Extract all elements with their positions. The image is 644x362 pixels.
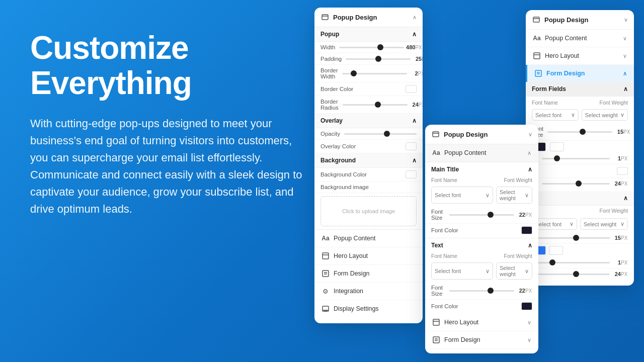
border-color-box[interactable] — [406, 85, 417, 93]
right-hero-layout[interactable]: Hero Layout ∨ — [526, 47, 634, 65]
padding-value: 25 — [411, 56, 422, 62]
right-form-design-chevron[interactable]: ∧ — [623, 70, 627, 77]
right-font-size-slider[interactable] — [547, 131, 612, 133]
p3-main-font-select[interactable]: Select font ∨ — [431, 187, 493, 204]
right-white-color[interactable] — [549, 246, 563, 255]
svg-rect-14 — [534, 53, 540, 59]
right-extra-slider2 — [536, 262, 610, 263]
p3-text-label: Text — [431, 242, 443, 249]
right-radius2-field: 24 PX — [526, 268, 634, 280]
panel2-header: Popup Design ∧ — [314, 8, 423, 27]
nav-popup-content[interactable]: Aa Popup Content — [314, 230, 423, 247]
p3-select-weight-label: Select weight — [500, 189, 525, 201]
right-popup-content-chevron[interactable]: ∨ — [623, 35, 627, 42]
p3-text-font-color: Font Color — [425, 300, 538, 313]
right-font-size-field: Font Size 15 PX — [526, 123, 634, 141]
right-popup-content-icon: Aa — [533, 34, 541, 42]
overlay-section-title: Overlay — [320, 117, 343, 124]
right-font-color-white[interactable] — [550, 142, 564, 151]
p3-main-weight-select[interactable]: Select weight ∨ — [496, 187, 532, 204]
opacity-slider[interactable] — [344, 133, 417, 135]
hero-body: With cutting-edge pop-ups designed to me… — [30, 115, 312, 218]
right-extra2-slider[interactable] — [536, 262, 610, 263]
right-hero-layout-label: Hero Layout — [545, 52, 579, 59]
p3-popup-content[interactable]: Aa Popup Content ∧ — [425, 144, 538, 162]
nav-display-settings-left: Display Settings — [321, 305, 379, 313]
p3-text-font-size: Font Size 22 PX — [425, 282, 538, 300]
p3-hero-layout-icon — [432, 318, 440, 326]
right-form-fields-chevron[interactable]: ∧ — [623, 85, 628, 93]
popup-content-panel: Popup Design ∨ Aa Popup Content ∧ Main T… — [425, 125, 538, 353]
background-section-chevron[interactable]: ∧ — [412, 157, 417, 164]
right-hero-layout-chevron[interactable]: ∨ — [623, 53, 627, 59]
right-popup-content[interactable]: Aa Popup Content ∨ — [526, 30, 634, 47]
width-slider[interactable] — [339, 47, 404, 48]
panel2-title-group: Popup Design — [320, 13, 377, 22]
right-font-select2[interactable]: Select font ∨ — [532, 218, 577, 230]
right-font-weight-select[interactable]: Select weight ∨ — [582, 109, 628, 121]
p3-popup-content-chevron[interactable]: ∧ — [527, 150, 531, 156]
right-font-name-select[interactable]: Select font ∨ — [532, 109, 579, 121]
right-slider2[interactable] — [536, 237, 610, 239]
p3-text-font-select[interactable]: Select font ∨ — [431, 262, 493, 280]
p3-text-font-size-unit: PX — [525, 288, 532, 294]
panel3-chevron[interactable]: ∨ — [528, 131, 532, 138]
nav-hero-layout[interactable]: Hero Layout — [314, 247, 423, 265]
right-font-size2-slider — [536, 237, 610, 239]
panel3-header: Popup Design ∨ — [425, 125, 538, 144]
p3-form-design[interactable]: Form Design ∨ — [425, 331, 538, 349]
panel2-chevron[interactable]: ∧ — [413, 14, 417, 21]
p3-text-font-size-val: 22 — [514, 288, 525, 294]
p3-text-weight-select[interactable]: Select weight ∨ — [496, 262, 532, 280]
p3-main-font-color-label: Font Color — [431, 227, 458, 233]
border-radius-label: Border Radius — [320, 99, 339, 111]
p3-main-title-chevron[interactable]: ∧ — [528, 166, 532, 173]
nav-popup-content-label: Popup Content — [334, 235, 375, 242]
p3-text-chevron[interactable]: ∧ — [528, 242, 532, 249]
p3-select-weight-chevron: ∨ — [525, 192, 529, 199]
nav-form-design-left: Form Design — [321, 269, 370, 278]
right-section2-chevron[interactable]: ∧ — [623, 195, 628, 202]
p3-hero-layout-chevron[interactable]: ∨ — [527, 319, 531, 326]
border-width-slider[interactable] — [342, 73, 407, 74]
border-radius-field: Border Radius 24 PX — [314, 96, 423, 114]
hero-section: Customize Everything With cutting-edge p… — [30, 30, 312, 218]
svg-rect-4 — [323, 270, 329, 277]
right-form-design[interactable]: Form Design ∧ — [527, 65, 634, 82]
panel1-chevron[interactable]: ∨ — [624, 17, 628, 23]
right-extra-width-slider[interactable] — [542, 158, 610, 159]
p3-hero-layout[interactable]: Hero Layout ∨ — [425, 314, 538, 331]
p3-main-font-weight-label: Font Weight — [504, 177, 532, 183]
p3-text-font-color-box[interactable] — [521, 302, 532, 310]
bg-color-box[interactable] — [406, 170, 417, 178]
nav-display-settings[interactable]: Display Settings — [314, 300, 423, 317]
p3-main-font-row: Select font ∨ Select weight ∨ — [425, 184, 538, 206]
right-weight-select2[interactable]: Select weight ∨ — [580, 218, 628, 230]
right-radius2-slider[interactable] — [536, 274, 610, 275]
bg-color-label: Background Color — [320, 171, 367, 177]
padding-slider[interactable] — [346, 58, 411, 60]
border-radius-slider[interactable] — [343, 104, 408, 106]
p3-main-font-color-box[interactable] — [521, 226, 532, 234]
p3-main-slider[interactable] — [449, 214, 514, 216]
nav-form-design[interactable]: Form Design — [314, 265, 423, 283]
popup-section-title: Popup — [320, 31, 339, 38]
nav-integration[interactable]: ⚙ Integration — [314, 283, 423, 300]
overlay-color-box[interactable] — [406, 142, 417, 150]
background-section-header: Background ∧ — [314, 153, 423, 168]
p3-form-design-label: Form Design — [444, 336, 480, 343]
padding-unit: PX — [422, 56, 423, 62]
p3-form-design-left: Form Design — [432, 336, 480, 344]
p3-form-design-chevron[interactable]: ∨ — [527, 337, 531, 343]
right-font-size-slider-container — [547, 131, 612, 133]
right-radius-slider[interactable] — [542, 183, 610, 185]
right-extra-color-box[interactable] — [617, 167, 628, 175]
popup-section-chevron[interactable]: ∧ — [412, 31, 417, 38]
right-radius-field: — 24 PX — [526, 178, 634, 189]
p3-text-font-size-slider — [449, 290, 514, 292]
p3-text-slider[interactable] — [449, 290, 514, 292]
opacity-field: Opacity — [314, 128, 423, 140]
overlay-section-chevron[interactable]: ∧ — [412, 117, 417, 124]
upload-box[interactable]: Click to upload image — [320, 196, 417, 226]
p3-integration[interactable]: ⚙ Integration ∨ — [425, 349, 538, 353]
